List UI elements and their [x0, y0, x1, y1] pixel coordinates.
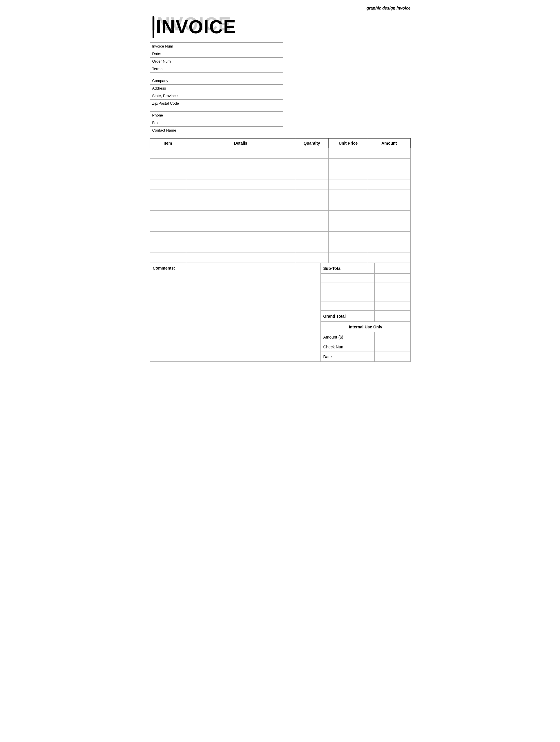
fax-value[interactable]: [193, 119, 283, 127]
comments-label: Comments:: [153, 266, 175, 270]
details-cell-1[interactable]: [186, 148, 295, 159]
qty-cell-1[interactable]: [295, 148, 328, 159]
internal-checknum-value[interactable]: [374, 342, 410, 352]
company-info-table: Company Address State, Province Zip/Post…: [150, 77, 283, 107]
details-cell-3[interactable]: [186, 169, 295, 179]
amount-cell-7[interactable]: [368, 211, 410, 221]
grand-total-value[interactable]: [374, 311, 410, 322]
subtotal-label: Sub-Total: [321, 263, 374, 274]
totals-blank-value-3[interactable]: [374, 292, 410, 302]
table-row: [150, 211, 410, 221]
details-cell-5[interactable]: [186, 190, 295, 200]
qty-cell-4[interactable]: [295, 179, 328, 190]
totals-blank-label-2[interactable]: [321, 283, 374, 292]
item-cell-10[interactable]: [150, 242, 186, 253]
amount-header: Amount: [368, 139, 410, 148]
amount-cell-9[interactable]: [368, 231, 410, 242]
totals-blank-label-1[interactable]: [321, 274, 374, 283]
item-cell-9[interactable]: [150, 231, 186, 242]
totals-blank-label-4[interactable]: [321, 302, 374, 311]
qty-cell-8[interactable]: [295, 221, 328, 231]
unit-cell-7[interactable]: [328, 211, 368, 221]
internal-checknum-row: Check Num: [321, 342, 410, 352]
amount-cell-10[interactable]: [368, 242, 410, 253]
item-cell-5[interactable]: [150, 190, 186, 200]
item-cell-2[interactable]: [150, 159, 186, 169]
grand-total-label: Grand Total: [321, 311, 374, 322]
amount-cell-6[interactable]: [368, 200, 410, 211]
unit-cell-10[interactable]: [328, 242, 368, 253]
internal-checknum-label: Check Num: [321, 342, 374, 352]
totals-blank-value-2[interactable]: [374, 283, 410, 292]
unit-cell-11[interactable]: [328, 253, 368, 263]
unit-cell-1[interactable]: [328, 148, 368, 159]
qty-cell-2[interactable]: [295, 159, 328, 169]
totals-blank-label-3[interactable]: [321, 292, 374, 302]
unit-cell-2[interactable]: [328, 159, 368, 169]
subtotal-value[interactable]: [374, 263, 410, 274]
amount-cell-11[interactable]: [368, 253, 410, 263]
state-province-value[interactable]: [193, 92, 283, 100]
terms-value[interactable]: [193, 65, 283, 73]
item-cell-6[interactable]: [150, 200, 186, 211]
comments-area[interactable]: Comments:: [150, 263, 321, 362]
qty-cell-5[interactable]: [295, 190, 328, 200]
amount-cell-3[interactable]: [368, 169, 410, 179]
contact-name-value[interactable]: [193, 127, 283, 134]
item-cell-7[interactable]: [150, 211, 186, 221]
internal-amount-value[interactable]: [374, 332, 410, 342]
qty-cell-6[interactable]: [295, 200, 328, 211]
address-value[interactable]: [193, 85, 283, 92]
unit-cell-9[interactable]: [328, 231, 368, 242]
amount-cell-8[interactable]: [368, 221, 410, 231]
item-cell-3[interactable]: [150, 169, 186, 179]
unit-cell-4[interactable]: [328, 179, 368, 190]
amount-cell-2[interactable]: [368, 159, 410, 169]
amount-cell-5[interactable]: [368, 190, 410, 200]
qty-cell-7[interactable]: [295, 211, 328, 221]
details-cell-11[interactable]: [186, 253, 295, 263]
amount-cell-1[interactable]: [368, 148, 410, 159]
qty-cell-9[interactable]: [295, 231, 328, 242]
company-value[interactable]: [193, 77, 283, 85]
unit-cell-8[interactable]: [328, 221, 368, 231]
details-cell-8[interactable]: [186, 221, 295, 231]
details-cell-9[interactable]: [186, 231, 295, 242]
details-cell-6[interactable]: [186, 200, 295, 211]
item-cell-11[interactable]: [150, 253, 186, 263]
details-header: Details: [186, 139, 295, 148]
totals-blank-row-2: [321, 283, 410, 292]
qty-cell-11[interactable]: [295, 253, 328, 263]
invoice-num-value[interactable]: [193, 43, 283, 50]
item-cell-8[interactable]: [150, 221, 186, 231]
unit-cell-6[interactable]: [328, 200, 368, 211]
internal-date-value[interactable]: [374, 352, 410, 362]
item-header: Item: [150, 139, 186, 148]
amount-cell-4[interactable]: [368, 179, 410, 190]
phone-value[interactable]: [193, 112, 283, 119]
item-cell-4[interactable]: [150, 179, 186, 190]
details-cell-2[interactable]: [186, 159, 295, 169]
details-cell-10[interactable]: [186, 242, 295, 253]
contact-name-row: Contact Name: [150, 127, 283, 134]
details-cell-7[interactable]: [186, 211, 295, 221]
item-cell-1[interactable]: [150, 148, 186, 159]
contact-info-section: Phone Fax Contact Name: [150, 111, 411, 134]
details-cell-4[interactable]: [186, 179, 295, 190]
totals-blank-value-1[interactable]: [374, 274, 410, 283]
unit-cell-3[interactable]: [328, 169, 368, 179]
date-value[interactable]: [193, 50, 283, 58]
totals-blank-value-4[interactable]: [374, 302, 410, 311]
unit-cell-5[interactable]: [328, 190, 368, 200]
company-label: Company: [150, 77, 193, 85]
order-num-value[interactable]: [193, 58, 283, 65]
table-row: [150, 169, 410, 179]
table-row: [150, 242, 410, 253]
qty-cell-3[interactable]: [295, 169, 328, 179]
contact-info-table: Phone Fax Contact Name: [150, 111, 283, 134]
invoice-num-label: Invoice Num: [150, 43, 193, 50]
zip-postal-value[interactable]: [193, 100, 283, 107]
table-row: [150, 200, 410, 211]
qty-cell-10[interactable]: [295, 242, 328, 253]
items-table: Item Details Quantity Unit Price Amount: [150, 138, 411, 263]
